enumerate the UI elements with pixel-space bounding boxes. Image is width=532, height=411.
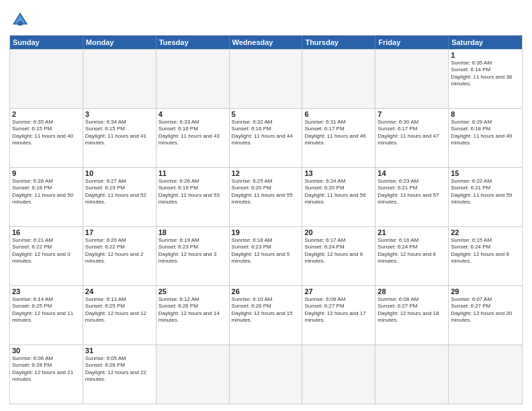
calendar-cell-30: 30Sunrise: 6:06 AM Sunset: 6:28 PM Dayli… bbox=[10, 345, 83, 404]
day-number: 12 bbox=[232, 169, 300, 177]
logo bbox=[9, 9, 34, 31]
calendar-cell-27: 27Sunrise: 6:09 AM Sunset: 6:27 PM Dayli… bbox=[302, 286, 375, 345]
cell-info: Sunrise: 6:28 AM Sunset: 6:18 PM Dayligh… bbox=[12, 178, 81, 206]
calendar-cell-28: 28Sunrise: 6:08 AM Sunset: 6:27 PM Dayli… bbox=[375, 286, 449, 345]
cell-info: Sunrise: 6:31 AM Sunset: 6:17 PM Dayligh… bbox=[304, 119, 373, 147]
cell-info: Sunrise: 6:23 AM Sunset: 6:21 PM Dayligh… bbox=[378, 178, 446, 206]
day-number: 3 bbox=[85, 110, 154, 118]
calendar-cell-20: 20Sunrise: 6:17 AM Sunset: 6:24 PM Dayli… bbox=[302, 227, 375, 285]
calendar-cell-18: 18Sunrise: 6:19 AM Sunset: 6:23 PM Dayli… bbox=[157, 227, 230, 285]
calendar-row-1: 2Sunrise: 6:35 AM Sunset: 6:15 PM Daylig… bbox=[10, 108, 522, 167]
day-header-wednesday: Wednesday bbox=[230, 36, 303, 49]
cell-info: Sunrise: 6:18 AM Sunset: 6:23 PM Dayligh… bbox=[232, 237, 300, 265]
calendar-cell-17: 17Sunrise: 6:20 AM Sunset: 6:22 PM Dayli… bbox=[83, 227, 157, 285]
calendar-cell-empty bbox=[449, 345, 522, 404]
cell-info: Sunrise: 6:27 AM Sunset: 6:19 PM Dayligh… bbox=[85, 178, 154, 206]
calendar-cell-empty bbox=[302, 345, 375, 404]
cell-info: Sunrise: 6:35 AM Sunset: 6:14 PM Dayligh… bbox=[451, 60, 520, 88]
calendar-cell-22: 22Sunrise: 6:15 AM Sunset: 6:24 PM Dayli… bbox=[449, 227, 522, 285]
day-number: 11 bbox=[159, 169, 227, 177]
calendar-cell-3: 3Sunrise: 6:34 AM Sunset: 6:15 PM Daylig… bbox=[83, 109, 157, 167]
calendar-cell-empty bbox=[83, 50, 157, 108]
cell-info: Sunrise: 6:15 AM Sunset: 6:24 PM Dayligh… bbox=[451, 237, 520, 265]
day-number: 20 bbox=[304, 228, 373, 236]
calendar-cell-1: 1Sunrise: 6:35 AM Sunset: 6:14 PM Daylig… bbox=[449, 50, 522, 108]
calendar-cell-10: 10Sunrise: 6:27 AM Sunset: 6:19 PM Dayli… bbox=[83, 168, 157, 226]
day-number: 17 bbox=[85, 228, 154, 236]
calendar-cell-empty bbox=[10, 50, 83, 108]
cell-info: Sunrise: 6:10 AM Sunset: 6:26 PM Dayligh… bbox=[232, 296, 300, 324]
cell-info: Sunrise: 6:24 AM Sunset: 6:20 PM Dayligh… bbox=[304, 178, 373, 206]
day-number: 8 bbox=[451, 110, 520, 118]
calendar-cell-21: 21Sunrise: 6:16 AM Sunset: 6:24 PM Dayli… bbox=[375, 227, 449, 285]
calendar-cell-5: 5Sunrise: 6:32 AM Sunset: 6:16 PM Daylig… bbox=[230, 109, 303, 167]
day-header-saturday: Saturday bbox=[449, 36, 522, 49]
day-header-friday: Friday bbox=[375, 36, 449, 49]
cell-info: Sunrise: 6:20 AM Sunset: 6:22 PM Dayligh… bbox=[85, 237, 154, 265]
day-number: 31 bbox=[85, 347, 154, 355]
day-header-monday: Monday bbox=[83, 36, 157, 49]
day-number: 1 bbox=[451, 51, 520, 59]
calendar-cell-9: 9Sunrise: 6:28 AM Sunset: 6:18 PM Daylig… bbox=[10, 168, 83, 226]
day-number: 19 bbox=[232, 228, 300, 236]
day-number: 30 bbox=[12, 347, 81, 355]
day-number: 27 bbox=[304, 287, 373, 295]
cell-info: Sunrise: 6:08 AM Sunset: 6:27 PM Dayligh… bbox=[378, 296, 446, 324]
cell-info: Sunrise: 6:35 AM Sunset: 6:15 PM Dayligh… bbox=[12, 119, 81, 147]
calendar-cell-2: 2Sunrise: 6:35 AM Sunset: 6:15 PM Daylig… bbox=[10, 109, 83, 167]
calendar-cell-empty bbox=[375, 50, 449, 108]
calendar-cell-4: 4Sunrise: 6:33 AM Sunset: 6:16 PM Daylig… bbox=[157, 109, 230, 167]
cell-info: Sunrise: 6:13 AM Sunset: 6:25 PM Dayligh… bbox=[85, 296, 154, 324]
cell-info: Sunrise: 6:16 AM Sunset: 6:24 PM Dayligh… bbox=[378, 237, 446, 265]
calendar-cell-29: 29Sunrise: 6:07 AM Sunset: 6:27 PM Dayli… bbox=[449, 286, 522, 345]
day-number: 21 bbox=[378, 228, 446, 236]
cell-info: Sunrise: 6:09 AM Sunset: 6:27 PM Dayligh… bbox=[304, 296, 373, 324]
svg-rect-3 bbox=[18, 21, 22, 26]
calendar-cell-empty bbox=[157, 345, 230, 404]
calendar-cell-19: 19Sunrise: 6:18 AM Sunset: 6:23 PM Dayli… bbox=[230, 227, 303, 285]
day-number: 4 bbox=[159, 110, 227, 118]
cell-info: Sunrise: 6:30 AM Sunset: 6:17 PM Dayligh… bbox=[378, 119, 446, 147]
cell-info: Sunrise: 6:34 AM Sunset: 6:15 PM Dayligh… bbox=[85, 119, 154, 147]
calendar-body: 1Sunrise: 6:35 AM Sunset: 6:14 PM Daylig… bbox=[10, 49, 522, 404]
calendar-cell-empty bbox=[230, 345, 303, 404]
day-number: 23 bbox=[12, 287, 81, 295]
calendar-cell-empty bbox=[375, 345, 449, 404]
calendar-row-5: 30Sunrise: 6:06 AM Sunset: 6:28 PM Dayli… bbox=[10, 345, 522, 404]
calendar-row-4: 23Sunrise: 6:14 AM Sunset: 6:25 PM Dayli… bbox=[10, 285, 522, 345]
calendar-row-3: 16Sunrise: 6:21 AM Sunset: 6:22 PM Dayli… bbox=[10, 226, 522, 285]
cell-info: Sunrise: 6:29 AM Sunset: 6:18 PM Dayligh… bbox=[451, 119, 520, 147]
day-header-tuesday: Tuesday bbox=[157, 36, 230, 49]
cell-info: Sunrise: 6:21 AM Sunset: 6:22 PM Dayligh… bbox=[12, 237, 81, 265]
cell-info: Sunrise: 6:05 AM Sunset: 6:28 PM Dayligh… bbox=[85, 355, 154, 383]
day-number: 10 bbox=[85, 169, 154, 177]
cell-info: Sunrise: 6:07 AM Sunset: 6:27 PM Dayligh… bbox=[451, 296, 520, 324]
day-number: 6 bbox=[304, 110, 373, 118]
calendar-cell-empty bbox=[302, 50, 375, 108]
cell-info: Sunrise: 6:06 AM Sunset: 6:28 PM Dayligh… bbox=[12, 355, 81, 383]
header bbox=[9, 7, 523, 31]
cell-info: Sunrise: 6:19 AM Sunset: 6:23 PM Dayligh… bbox=[159, 237, 227, 265]
day-number: 16 bbox=[12, 228, 81, 236]
day-number: 2 bbox=[12, 110, 81, 118]
day-number: 14 bbox=[378, 169, 446, 177]
day-number: 15 bbox=[451, 169, 520, 177]
cell-info: Sunrise: 6:32 AM Sunset: 6:16 PM Dayligh… bbox=[232, 119, 300, 147]
cell-info: Sunrise: 6:17 AM Sunset: 6:24 PM Dayligh… bbox=[304, 237, 373, 265]
day-number: 13 bbox=[304, 169, 373, 177]
calendar-cell-26: 26Sunrise: 6:10 AM Sunset: 6:26 PM Dayli… bbox=[230, 286, 303, 345]
day-number: 26 bbox=[232, 287, 300, 295]
cell-info: Sunrise: 6:12 AM Sunset: 6:26 PM Dayligh… bbox=[159, 296, 227, 324]
calendar-cell-31: 31Sunrise: 6:05 AM Sunset: 6:28 PM Dayli… bbox=[83, 345, 157, 404]
calendar-cell-25: 25Sunrise: 6:12 AM Sunset: 6:26 PM Dayli… bbox=[157, 286, 230, 345]
day-number: 5 bbox=[232, 110, 300, 118]
logo-icon bbox=[9, 9, 31, 31]
calendar-cell-23: 23Sunrise: 6:14 AM Sunset: 6:25 PM Dayli… bbox=[10, 286, 83, 345]
day-header-thursday: Thursday bbox=[302, 36, 375, 49]
day-number: 28 bbox=[378, 287, 446, 295]
calendar: SundayMondayTuesdayWednesdayThursdayFrid… bbox=[9, 35, 523, 404]
calendar-header: SundayMondayTuesdayWednesdayThursdayFrid… bbox=[10, 36, 522, 49]
calendar-cell-empty bbox=[230, 50, 303, 108]
day-number: 24 bbox=[85, 287, 154, 295]
calendar-cell-15: 15Sunrise: 6:22 AM Sunset: 6:21 PM Dayli… bbox=[449, 168, 522, 226]
